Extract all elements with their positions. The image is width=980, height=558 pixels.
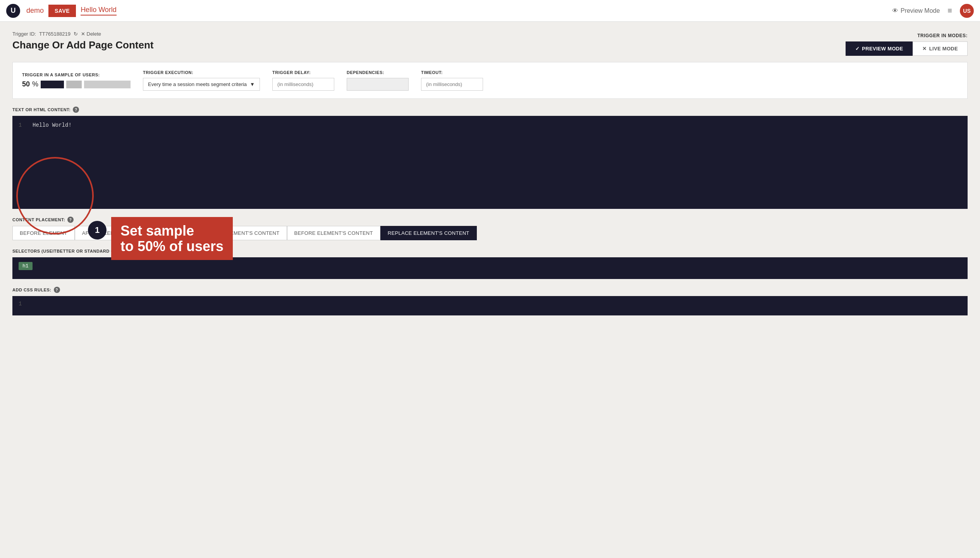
css-rules-label: ADD CSS RULES: ? bbox=[12, 287, 968, 293]
app-header: U demo SAVE Hello World 👁 Preview Mode ≡… bbox=[0, 0, 980, 22]
content-help-icon[interactable]: ? bbox=[73, 107, 79, 113]
trigger-info-left: Trigger ID: TT765188219 ↻ ✕ Delete Chang… bbox=[12, 31, 154, 57]
dependencies-field: DEPENDENCIES: bbox=[347, 70, 409, 91]
trigger-info-row: Trigger ID: TT765188219 ↻ ✕ Delete Chang… bbox=[12, 31, 968, 57]
logo-icon[interactable]: U bbox=[6, 4, 20, 18]
header-right: 👁 Preview Mode ≡ US bbox=[892, 4, 974, 18]
sample-field: TRIGGER IN A SAMPLE OF USERS: 50 % bbox=[22, 72, 131, 88]
timeout-input[interactable] bbox=[421, 78, 483, 91]
delay-field: TRIGGER DELAY: bbox=[272, 70, 334, 91]
css-line-number: 1 bbox=[19, 301, 22, 307]
placement-replace-content[interactable]: REPLACE ELEMENT'S CONTENT bbox=[380, 226, 477, 240]
trigger-id-row: Trigger ID: TT765188219 ↻ ✕ Delete bbox=[12, 31, 154, 37]
delay-input[interactable] bbox=[272, 78, 334, 91]
trigger-modes-section: TRIGGER IN MODES: ✓ PREVIEW MODE ✕ LIVE … bbox=[846, 33, 968, 56]
sample-slider-dark[interactable] bbox=[41, 81, 64, 88]
checkmark-icon: ✓ bbox=[855, 46, 860, 52]
sample-value: 50 bbox=[22, 80, 30, 88]
modes-buttons: ✓ PREVIEW MODE ✕ LIVE MODE bbox=[846, 41, 968, 56]
selector-tag: h1 bbox=[19, 262, 33, 270]
menu-icon[interactable]: ≡ bbox=[947, 6, 952, 15]
active-tab[interactable]: Hello World bbox=[81, 6, 117, 16]
timeout-label: TIMEOUT: bbox=[421, 70, 483, 75]
selector-editor[interactable]: h1 bbox=[12, 257, 968, 279]
code-line-1: 1 Hello World! bbox=[19, 122, 961, 128]
save-button[interactable]: SAVE bbox=[48, 5, 76, 17]
refresh-icon[interactable]: ↻ bbox=[74, 31, 78, 37]
code-editor[interactable]: 1 Hello World! bbox=[12, 116, 968, 209]
dependencies-label: DEPENDENCIES: bbox=[347, 70, 409, 75]
line-number: 1 bbox=[19, 122, 26, 128]
config-card: TRIGGER IN A SAMPLE OF USERS: 50 % TRIGG… bbox=[12, 62, 968, 99]
placement-before-element[interactable]: BEFORE ELEMENT bbox=[12, 226, 75, 240]
content-section-label: TEXT OR HTML CONTENT: ? bbox=[12, 107, 968, 113]
sample-input-row: 50 % bbox=[22, 80, 131, 88]
user-avatar[interactable]: US bbox=[960, 4, 974, 18]
page-title: Change Or Add Page Content bbox=[12, 39, 154, 51]
annotation-badge: 1 bbox=[88, 221, 107, 239]
tooltip-line2: to 50% of users bbox=[120, 239, 224, 254]
sample-slider-light[interactable] bbox=[66, 81, 82, 88]
preview-mode-link[interactable]: 👁 Preview Mode bbox=[892, 7, 940, 14]
annotation-tooltip: Set sample to 50% of users bbox=[111, 217, 233, 260]
live-mode-button[interactable]: ✕ LIVE MODE bbox=[913, 41, 968, 56]
main-content: Trigger ID: TT765188219 ↻ ✕ Delete Chang… bbox=[0, 22, 980, 331]
sample-label: TRIGGER IN A SAMPLE OF USERS: bbox=[22, 72, 131, 77]
eye-icon: 👁 bbox=[892, 7, 898, 14]
timeout-field: TIMEOUT: bbox=[421, 70, 483, 91]
css-rules-section: ADD CSS RULES: ? 1 bbox=[12, 287, 968, 315]
tooltip-line1: Set sample bbox=[120, 223, 224, 239]
code-content: Hello World! bbox=[33, 122, 72, 128]
trigger-id-value: TT765188219 bbox=[39, 31, 70, 37]
execution-field: TRIGGER EXECUTION: Every time a session … bbox=[143, 70, 260, 91]
trigger-modes-label: TRIGGER IN MODES: bbox=[846, 33, 968, 38]
sample-percent: % bbox=[32, 80, 38, 88]
execution-label: TRIGGER EXECUTION: bbox=[143, 70, 260, 75]
placement-help-icon[interactable]: ? bbox=[67, 217, 74, 223]
placement-before-content[interactable]: BEFORE ELEMENT'S CONTENT bbox=[287, 226, 380, 240]
content-section: 1 Set sample to 50% of users TEXT OR HTM… bbox=[12, 107, 968, 209]
delete-link[interactable]: ✕ Delete bbox=[81, 31, 101, 37]
delay-label: TRIGGER DELAY: bbox=[272, 70, 334, 75]
preview-mode-button[interactable]: ✓ PREVIEW MODE bbox=[846, 41, 913, 56]
css-rules-help-icon[interactable]: ? bbox=[54, 287, 60, 293]
demo-link[interactable]: demo bbox=[26, 7, 44, 15]
sample-bar-bg[interactable] bbox=[84, 81, 131, 88]
x-icon: ✕ bbox=[922, 46, 927, 52]
dependencies-input[interactable] bbox=[347, 78, 409, 91]
trigger-id-label: Trigger ID: bbox=[12, 31, 36, 37]
execution-select[interactable]: Every time a session meets segment crite… bbox=[143, 78, 260, 91]
chevron-down-icon: ▼ bbox=[250, 81, 255, 87]
css-editor[interactable]: 1 bbox=[12, 296, 968, 315]
